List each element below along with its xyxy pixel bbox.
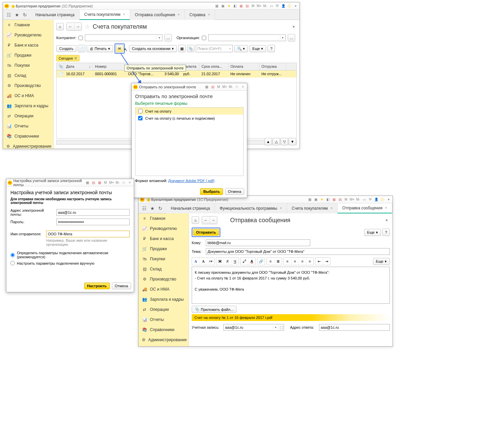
m-minus-icon[interactable]: M- bbox=[115, 180, 120, 185]
history-icon[interactable]: ↻ bbox=[157, 205, 163, 211]
reply-combo[interactable]: aaa@1c.ru bbox=[319, 324, 390, 331]
tb-icon[interactable]: ▦ bbox=[204, 84, 209, 90]
combo-org[interactable]: ▾ bbox=[208, 34, 286, 41]
align-right-btn[interactable]: ≡ bbox=[298, 258, 306, 265]
user-icon[interactable]: 👤 bbox=[374, 197, 379, 202]
tb-icon[interactable]: Ψ bbox=[368, 197, 373, 202]
list-item[interactable]: Счет на оплату (с печатью и подписями) bbox=[135, 115, 243, 122]
m-plus-icon[interactable]: M+ bbox=[349, 197, 355, 202]
tab-send[interactable]: Отправка сообщения× bbox=[130, 10, 185, 20]
sidebar-item[interactable]: ⚙Производство bbox=[138, 274, 189, 284]
list-item[interactable]: Счет на оплату bbox=[135, 108, 243, 115]
attachment-bar[interactable]: Счет на оплату № 1 от 16 февраля 2017 г.… bbox=[192, 314, 390, 321]
sidebar-item[interactable]: 📊Отчеты bbox=[3, 121, 53, 131]
close-icon[interactable]: × bbox=[291, 25, 297, 29]
tab-home[interactable]: Начальная страница bbox=[166, 203, 215, 213]
col-ship[interactable]: Отгрузка bbox=[259, 63, 286, 70]
sidebar-item[interactable]: ⇄Операции bbox=[3, 111, 53, 121]
tb-icon[interactable]: ▣ bbox=[220, 3, 225, 9]
sidebar-item[interactable]: ▤Склад bbox=[3, 70, 53, 81]
col-num[interactable]: Номер bbox=[93, 63, 126, 70]
combo-counterparty[interactable]: ▾ bbox=[85, 34, 162, 41]
m-plus-icon[interactable]: M+ bbox=[222, 84, 227, 90]
sidebar-item[interactable]: ₽Банк и касса bbox=[138, 234, 189, 244]
create-based-button[interactable]: Создать на основании ▾ bbox=[129, 45, 177, 52]
tb-icon[interactable]: ◧ bbox=[232, 3, 238, 9]
sidebar-item[interactable]: 📚Справочники bbox=[138, 325, 189, 335]
col-due[interactable]: Срок опла... bbox=[199, 63, 228, 70]
m-minus-icon[interactable]: M- bbox=[355, 197, 361, 202]
sidebar-item[interactable]: 🛒Продажи bbox=[3, 50, 53, 60]
cancel-button[interactable]: Отмена bbox=[225, 188, 244, 195]
user-icon[interactable]: 👤 bbox=[281, 3, 286, 9]
sidebar-item[interactable]: ≡Главное bbox=[3, 20, 53, 30]
calendar-icon[interactable]: ▦ bbox=[331, 197, 337, 202]
sender-input[interactable] bbox=[46, 231, 130, 237]
star-icon[interactable]: ★ bbox=[14, 12, 20, 18]
format-link[interactable]: Документ Adobe PDF (.pdf) bbox=[168, 179, 214, 183]
dots-button[interactable]: … bbox=[164, 34, 172, 41]
form-checkbox[interactable] bbox=[138, 116, 143, 120]
tb-icon[interactable]: ▤ bbox=[210, 84, 215, 90]
indent-btn[interactable]: ⇥ bbox=[323, 258, 330, 265]
m-icon[interactable]: M bbox=[103, 180, 108, 185]
nav-up[interactable]: △ bbox=[273, 138, 280, 145]
tb-icon[interactable]: ▣ bbox=[313, 197, 318, 202]
email-button[interactable]: ✉ bbox=[116, 45, 123, 52]
hilite-btn[interactable]: 🖍 bbox=[241, 258, 248, 265]
chk-org[interactable] bbox=[202, 36, 206, 40]
sidebar-item[interactable]: ≡Главное bbox=[138, 213, 189, 224]
sidebar-item[interactable]: 👥Зарплата и кадры bbox=[138, 294, 189, 304]
close-icon[interactable]: × bbox=[385, 206, 387, 210]
star-icon[interactable]: ☆ bbox=[85, 23, 90, 30]
bold-btn[interactable]: Ж bbox=[216, 258, 224, 265]
calendar-icon[interactable]: ▦ bbox=[238, 3, 244, 9]
dropdown-icon[interactable]: ▾ bbox=[293, 3, 298, 9]
radio-auto[interactable] bbox=[10, 253, 15, 257]
tab-invoices[interactable]: Счета покупателям× bbox=[287, 203, 338, 213]
sidebar-item[interactable]: 📊Отчеты bbox=[138, 315, 189, 325]
attach-button[interactable]: 📎 Приложить файл... bbox=[192, 306, 237, 313]
tb-icon[interactable]: ▭ bbox=[269, 3, 274, 9]
calc-icon[interactable]: ▤ bbox=[337, 197, 343, 202]
m-plus-icon[interactable]: M+ bbox=[109, 180, 114, 185]
addr-input[interactable] bbox=[56, 209, 130, 216]
back-button[interactable]: ← bbox=[202, 216, 210, 224]
tb-icon[interactable]: ▭ bbox=[361, 197, 367, 202]
copy-button[interactable]: 📄 bbox=[78, 45, 85, 52]
italic-btn[interactable]: К bbox=[224, 258, 231, 265]
col-date[interactable]: Дата ↓ bbox=[64, 63, 93, 70]
calc-icon[interactable]: ▤ bbox=[244, 3, 250, 9]
close-icon[interactable]: × bbox=[208, 13, 210, 17]
tb-icon[interactable]: Ψ bbox=[275, 3, 280, 9]
info-icon[interactable]: ⓘ bbox=[287, 3, 292, 9]
sidebar-item[interactable]: 🛍Покупки bbox=[3, 60, 53, 70]
cancel-button[interactable]: Отмена bbox=[112, 283, 131, 289]
tb-icon[interactable]: ▤ bbox=[91, 180, 96, 185]
close-icon[interactable]: × bbox=[127, 180, 132, 185]
dropdown-icon[interactable]: ▾ bbox=[386, 197, 391, 202]
table-row[interactable]: 📄 16.02.2017 0001-000001 ООО "Торгов... … bbox=[57, 70, 296, 78]
sidebar-item[interactable]: ⇄Операции bbox=[138, 304, 189, 315]
bullets-btn[interactable]: ≡ bbox=[267, 258, 274, 265]
back-button[interactable]: ← bbox=[67, 23, 74, 30]
col-pay[interactable]: Оплата bbox=[228, 63, 259, 70]
form-checkbox[interactable] bbox=[138, 109, 143, 113]
sidebar-item[interactable]: 🛒Продажи bbox=[138, 244, 189, 254]
sidebar-item[interactable]: ▤Склад bbox=[138, 264, 189, 274]
m-minus-icon[interactable]: M- bbox=[262, 3, 268, 9]
search-input[interactable]: Поиск (Ctrl+F)× bbox=[196, 45, 233, 52]
sidebar-item[interactable]: 👥Зарплата и кадры bbox=[3, 101, 53, 111]
more-button[interactable]: Еще ▾ bbox=[249, 45, 266, 52]
to-input[interactable] bbox=[206, 239, 310, 246]
home-button[interactable]: ⌂ bbox=[56, 23, 64, 30]
link-btn[interactable]: 🔗 bbox=[257, 258, 265, 265]
close-icon[interactable]: × bbox=[178, 13, 180, 17]
fontsize-down[interactable]: A▾ bbox=[207, 258, 214, 265]
close-icon[interactable]: × bbox=[240, 84, 246, 90]
m-plus-icon[interactable]: M+ bbox=[256, 3, 262, 9]
tb-icon[interactable]: ▦ bbox=[97, 180, 102, 185]
star-icon[interactable]: ★ bbox=[226, 3, 231, 9]
tab-home[interactable]: Начальная страница bbox=[31, 10, 80, 20]
email-body[interactable]: К письму приложены документы для ООО "То… bbox=[192, 267, 390, 304]
